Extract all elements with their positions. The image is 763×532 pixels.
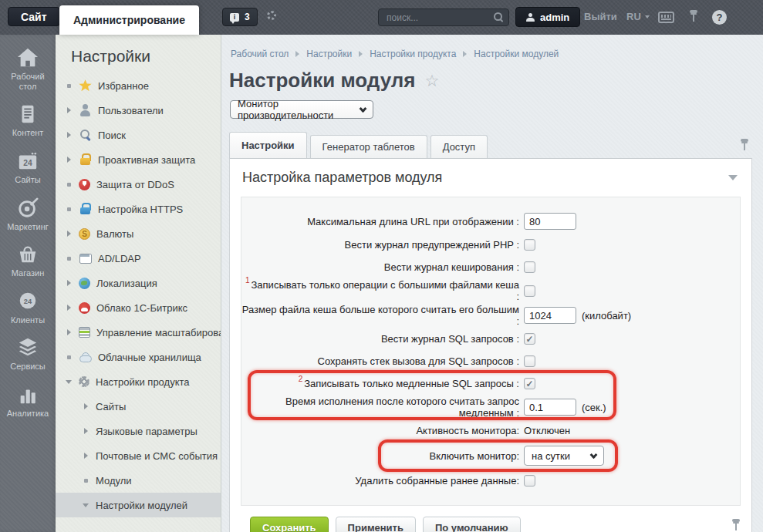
menu-item-bitrix-cloud[interactable]: Облако 1С-Битрикс xyxy=(56,295,221,320)
chevron-right-icon[interactable] xyxy=(82,453,89,459)
tab-administration[interactable]: Администрирование xyxy=(59,5,199,35)
sidebar-item-sites[interactable]: 24 Сайты xyxy=(2,150,54,185)
menu-item-favorites[interactable]: Избранное xyxy=(56,73,221,98)
chevron-right-icon[interactable] xyxy=(65,329,73,335)
form-label: Вести журнал кеширования : xyxy=(241,261,524,273)
sidebar-item-marketing[interactable]: Маркетинг xyxy=(2,197,54,232)
menu-item-module-settings[interactable]: Настройки модулей xyxy=(56,493,221,517)
chevron-right-icon[interactable] xyxy=(82,403,89,409)
menu-item-https-settings[interactable]: Настройка HTTPS xyxy=(56,197,221,221)
save-button[interactable]: Сохранить xyxy=(250,517,329,532)
chevron-right-icon[interactable] xyxy=(65,280,73,286)
breadcrumb-separator-icon xyxy=(359,51,363,57)
chevron-down-icon[interactable] xyxy=(82,503,89,507)
menu-item-currencies[interactable]: Валюты xyxy=(56,221,221,246)
tab-site[interactable]: Сайт xyxy=(8,7,60,26)
search-input[interactable] xyxy=(378,8,509,26)
default-button[interactable]: По умолчанию xyxy=(423,517,521,532)
tab-settings[interactable]: Настройки xyxy=(229,132,307,158)
search-icon[interactable] xyxy=(493,12,504,22)
menu-item-sites[interactable]: Сайты xyxy=(56,394,221,419)
settings-card: Настройка параметров модуля Максимальная… xyxy=(229,158,752,532)
apply-button[interactable]: Применить xyxy=(336,517,416,532)
chevron-right-icon[interactable] xyxy=(65,157,73,163)
logout-link[interactable]: Выйти xyxy=(584,11,617,22)
pin-icon[interactable] xyxy=(740,138,749,152)
sql-log-checkbox[interactable] xyxy=(524,333,535,345)
favorite-star-icon[interactable]: ☆ xyxy=(424,72,439,90)
gear-icon[interactable] xyxy=(267,11,276,20)
sidebar-item-label: Рабочий стол xyxy=(2,72,54,91)
chevron-right-icon[interactable] xyxy=(65,231,73,237)
user-button[interactable]: admin xyxy=(515,7,580,27)
menu-item-label: Защита от DDoS xyxy=(96,179,174,190)
menu-item-language-params[interactable]: Языковые параметры xyxy=(56,419,221,443)
star-icon xyxy=(79,79,92,92)
search-icon xyxy=(79,129,92,141)
form-row: 2Записывать только медленные SQL запросы… xyxy=(241,373,740,394)
keyboard-icon[interactable] xyxy=(658,12,674,23)
sql-stack-checkbox[interactable] xyxy=(524,355,535,367)
bullet-icon xyxy=(65,207,73,211)
tab-access[interactable]: Доступ xyxy=(430,135,488,158)
chevron-down-icon xyxy=(360,105,367,113)
breadcrumb-settings[interactable]: Настройки xyxy=(306,49,352,59)
sidebar-item-desktop[interactable]: Рабочий стол xyxy=(2,47,54,91)
form-row: 1Записывать только операции с большими ф… xyxy=(241,279,740,302)
notifications-button[interactable]: 3 xyxy=(222,8,258,26)
delete-collected-data-checkbox[interactable] xyxy=(524,475,535,487)
bar-chart-icon xyxy=(16,384,39,406)
menu-item-cloud-storage[interactable]: Облачные хранилища xyxy=(56,345,221,369)
basket-icon xyxy=(16,244,39,265)
cache-file-size-input[interactable] xyxy=(524,307,576,324)
breadcrumb-desktop[interactable]: Рабочий стол xyxy=(231,49,289,59)
sidebar-item-label: Магазин xyxy=(12,268,44,278)
slow-query-time-input[interactable] xyxy=(524,399,576,416)
language-dropdown[interactable]: RU xyxy=(626,11,650,22)
menu-item-mail-sms-events[interactable]: Почтовые и СМС события xyxy=(56,443,221,468)
sidebar-item-clients[interactable]: 24 Клиенты xyxy=(2,291,54,325)
menu-item-label: Поиск xyxy=(98,130,126,141)
menu-item-search[interactable]: Поиск xyxy=(56,123,221,147)
breadcrumb-module-settings[interactable]: Настройки модулей xyxy=(474,49,559,59)
sidebar-item-label: Сайты xyxy=(15,175,40,185)
chevron-right-icon[interactable] xyxy=(65,107,73,113)
chevron-down-icon[interactable] xyxy=(65,380,73,384)
pin-icon[interactable] xyxy=(731,518,741,532)
lock-icon xyxy=(79,153,92,166)
sidebar-item-services[interactable]: Сервисы xyxy=(2,337,54,372)
window-icon xyxy=(79,252,92,264)
url-length-input[interactable] xyxy=(524,213,576,230)
chevron-right-icon[interactable] xyxy=(82,428,89,434)
menu-item-ddos-protection[interactable]: Защита от DDoS xyxy=(56,172,221,197)
user-icon xyxy=(526,13,535,22)
help-icon[interactable] xyxy=(712,10,727,25)
chevron-right-icon[interactable] xyxy=(65,305,73,311)
menu-item-adldap[interactable]: AD/LDAP xyxy=(56,246,221,271)
page-title: Настройки модуля xyxy=(229,69,415,93)
menu-item-modules[interactable]: Модули xyxy=(56,468,221,493)
sidebar-item-analytics[interactable]: Аналитика xyxy=(2,384,54,419)
breadcrumb-product-settings[interactable]: Настройки продукта xyxy=(370,49,456,59)
menu-item-proactive-protection[interactable]: Проактивная защита xyxy=(56,147,221,172)
big-cache-files-checkbox[interactable] xyxy=(524,285,535,297)
menu-item-localization[interactable]: Локализация xyxy=(56,271,221,295)
tab-tablet-generator[interactable]: Генератор таблетов xyxy=(310,135,427,158)
module-select[interactable]: Монитор производительности xyxy=(230,100,373,119)
cache-log-checkbox[interactable] xyxy=(524,261,535,273)
sidebar-item-label: Маркетинг xyxy=(7,222,48,232)
php-warning-log-checkbox[interactable] xyxy=(524,239,535,251)
menu-item-product-settings[interactable]: Настройки продукта xyxy=(56,369,221,394)
menu-item-label: Локализация xyxy=(96,278,157,289)
slow-sql-only-checkbox[interactable] xyxy=(524,378,535,389)
chevron-right-icon[interactable] xyxy=(65,132,73,138)
menu-item-scaling[interactable]: Управление масштабирован xyxy=(56,320,221,345)
language-value: RU xyxy=(626,11,641,22)
menu-item-users[interactable]: Пользователи xyxy=(56,98,221,123)
collapse-section-icon[interactable] xyxy=(728,175,738,180)
sidebar-item-content[interactable]: Контент xyxy=(2,103,54,138)
pin-icon[interactable] xyxy=(689,9,698,23)
menu-item-label: Управление масштабирован xyxy=(96,327,221,338)
sidebar-item-store[interactable]: Магазин xyxy=(2,244,54,278)
enable-monitor-select[interactable]: на сутки xyxy=(524,446,604,466)
